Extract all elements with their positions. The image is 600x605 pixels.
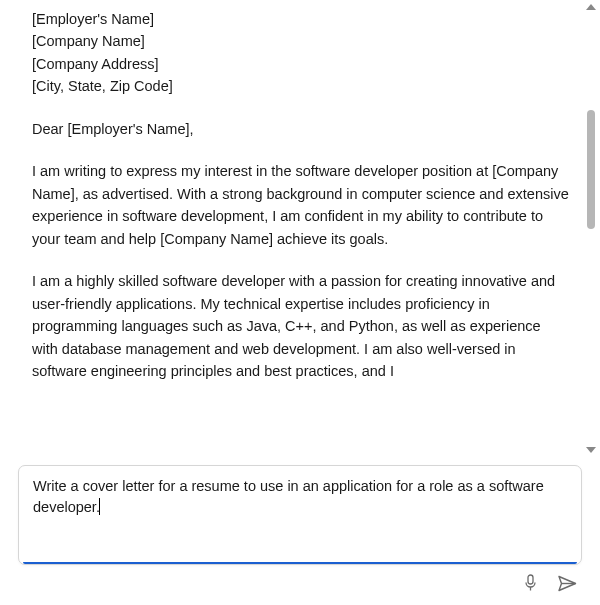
svg-rect-0 (528, 575, 533, 584)
scroll-down-icon[interactable] (586, 447, 596, 453)
scroll-up-icon[interactable] (586, 4, 596, 10)
send-button[interactable] (555, 572, 580, 595)
prompt-input[interactable]: Write a cover letter for a resume to use… (33, 476, 567, 554)
scroll-track[interactable] (587, 16, 595, 441)
input-progress-bar (23, 562, 577, 564)
body-paragraph-1: I am writing to express my interest in t… (32, 160, 570, 250)
assistant-message: [Employer's Name] [Company Name] [Compan… (10, 0, 582, 457)
scrollbar[interactable] (584, 4, 598, 453)
body-paragraph-2: I am a highly skilled software developer… (32, 270, 570, 382)
addressee-block: [Employer's Name] [Company Name] [Compan… (32, 8, 570, 98)
chat-response-pane: [Employer's Name] [Company Name] [Compan… (0, 0, 600, 457)
scroll-thumb[interactable] (587, 110, 595, 229)
prompt-text: Write a cover letter for a resume to use… (33, 478, 544, 515)
input-action-row (520, 571, 580, 595)
microphone-button[interactable] (520, 571, 541, 595)
microphone-icon (523, 574, 538, 592)
text-cursor (99, 498, 100, 515)
send-icon (558, 575, 577, 592)
prompt-input-card[interactable]: Write a cover letter for a resume to use… (18, 465, 582, 565)
salutation: Dear [Employer's Name], (32, 118, 570, 140)
